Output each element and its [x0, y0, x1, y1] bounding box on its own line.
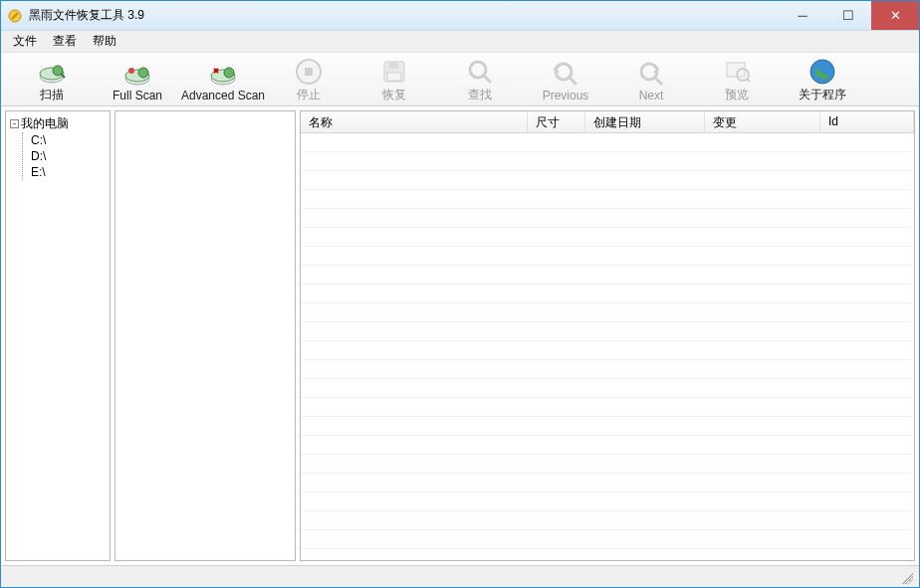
column-id[interactable]: Id [820, 111, 914, 132]
menubar: 文件 查看 帮助 [1, 31, 919, 53]
recover-label: 恢复 [382, 87, 406, 103]
resize-grip-icon[interactable] [899, 570, 913, 584]
window-title: 黑雨文件恢复工具 3.9 [29, 7, 780, 24]
next-button: Next [608, 56, 694, 105]
titlebar[interactable]: 黑雨文件恢复工具 3.9 ─ ☐ ✕ [1, 1, 919, 31]
table-row [301, 133, 914, 152]
advanced-scan-label: Advanced Scan [181, 89, 265, 102]
statusbar [1, 565, 919, 587]
minimize-button[interactable]: ─ [780, 1, 825, 30]
app-icon [7, 8, 23, 24]
maximize-button[interactable]: ☐ [825, 1, 871, 30]
about-button[interactable]: 关于程序 [780, 56, 865, 105]
table-row [301, 549, 914, 560]
previous-button: Previous [523, 56, 608, 105]
preview-button: 预览 [694, 56, 780, 105]
svg-rect-14 [388, 62, 398, 69]
about-label: 关于程序 [799, 87, 846, 103]
table-row [301, 455, 914, 474]
drive-full-scan-icon [122, 59, 152, 89]
full-scan-button[interactable]: Full Scan [95, 56, 180, 105]
list-body[interactable] [301, 133, 914, 560]
svg-point-7 [128, 68, 134, 74]
column-size[interactable]: 尺寸 [528, 111, 585, 132]
scan-button[interactable]: 扫描 [9, 56, 95, 105]
previous-label: Previous [543, 89, 589, 102]
drive-item[interactable]: C:\ [31, 132, 106, 148]
table-row [301, 247, 914, 266]
advanced-scan-button[interactable]: Advanced Scan [180, 56, 266, 105]
drive-scan-icon [37, 57, 67, 87]
floppy-icon [379, 57, 409, 87]
search-icon [465, 57, 495, 87]
svg-point-10 [224, 68, 234, 78]
list-header: 名称 尺寸 创建日期 变更 Id [301, 111, 914, 133]
tree-root-label: 我的电脑 [21, 115, 69, 132]
table-row [301, 398, 914, 417]
close-button[interactable]: ✕ [871, 1, 919, 30]
recover-button: 恢复 [351, 56, 437, 105]
table-row [301, 190, 914, 209]
file-list: 名称 尺寸 创建日期 变更 Id [300, 110, 915, 561]
table-row [301, 492, 914, 511]
toolbar: 扫描 Full Scan Advanced Scan 停止 恢复 [1, 53, 919, 106]
table-row [301, 360, 914, 379]
window-controls: ─ ☐ ✕ [780, 1, 919, 30]
table-row [301, 474, 914, 492]
find-label: 查找 [468, 87, 492, 103]
column-name[interactable]: 名称 [301, 111, 528, 132]
drive-advanced-scan-icon [208, 59, 238, 89]
svg-point-6 [138, 68, 148, 78]
table-row [301, 285, 914, 303]
stop-label: 停止 [297, 87, 321, 103]
drive-item[interactable]: E:\ [31, 164, 106, 180]
preview-icon [722, 57, 752, 87]
drive-tree[interactable]: - 我的电脑 C:\ D:\ E:\ [5, 110, 111, 561]
folder-panel[interactable] [115, 110, 296, 561]
tree-root[interactable]: - 我的电脑 [10, 115, 106, 132]
menu-view[interactable]: 查看 [45, 31, 85, 52]
full-scan-label: Full Scan [113, 89, 162, 102]
table-row [301, 341, 914, 360]
table-row [301, 303, 914, 322]
table-row [301, 152, 914, 171]
column-changed[interactable]: 变更 [705, 111, 820, 132]
globe-icon [807, 57, 837, 87]
tree-children: C:\ D:\ E:\ [22, 132, 106, 180]
next-label: Next [639, 89, 664, 102]
find-button: 查找 [437, 56, 523, 105]
table-row [301, 209, 914, 228]
table-row [301, 511, 914, 530]
svg-rect-15 [387, 73, 401, 81]
table-row [301, 436, 914, 455]
stop-button: 停止 [266, 56, 351, 105]
search-next-icon [636, 59, 666, 89]
stop-icon [294, 57, 324, 87]
table-row [301, 417, 914, 436]
collapse-icon[interactable]: - [10, 119, 19, 128]
table-row [301, 228, 914, 247]
scan-label: 扫描 [40, 87, 64, 103]
svg-point-16 [470, 62, 486, 78]
preview-label: 预览 [725, 87, 749, 103]
table-row [301, 266, 914, 285]
menu-file[interactable]: 文件 [5, 31, 45, 52]
table-row [301, 530, 914, 549]
search-prev-icon [551, 59, 580, 89]
drive-item[interactable]: D:\ [31, 148, 106, 164]
column-created[interactable]: 创建日期 [585, 111, 705, 132]
app-window: 黑雨文件恢复工具 3.9 ─ ☐ ✕ 文件 查看 帮助 扫描 Full Scan [0, 0, 920, 588]
table-row [301, 171, 914, 190]
table-row [301, 379, 914, 398]
main-body: - 我的电脑 C:\ D:\ E:\ 名称 尺寸 创建日期 变更 Id [1, 106, 919, 565]
table-row [301, 322, 914, 341]
menu-help[interactable]: 帮助 [85, 31, 124, 52]
svg-rect-12 [305, 68, 313, 76]
